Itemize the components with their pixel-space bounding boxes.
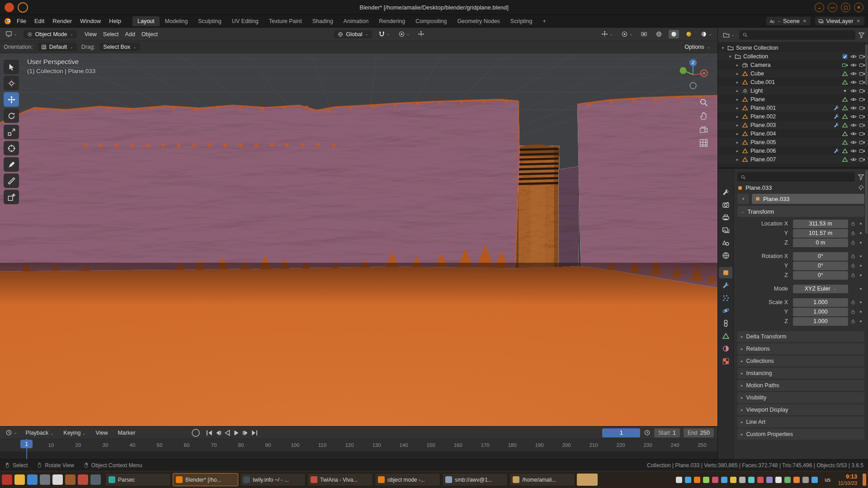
collapsed-panel-header[interactable]: ▸ Instancing [737,368,864,379]
tool-tab[interactable] [719,187,732,198]
disable-in-render-camera-icon[interactable] [859,62,865,68]
cliff-shadow-wall[interactable] [558,166,580,267]
transform-panel-header[interactable]: ⌄ Transform [737,206,864,217]
disable-in-render-camera-icon[interactable] [859,122,865,128]
tool-button[interactable] [4,141,19,155]
toggle-ortho-icon[interactable] [699,138,708,148]
collapsed-panel-header[interactable]: ▸ Motion Paths [737,380,864,391]
hide-in-viewport-eye-icon[interactable] [850,62,857,68]
properties-search-input[interactable] [748,174,852,181]
prev-keyframe-icon[interactable] [214,429,222,437]
object-name[interactable]: Plane.002 [750,113,776,120]
disable-in-render-camera-icon[interactable] [859,105,865,111]
animate-property-icon[interactable] [858,230,863,236]
outliner-row[interactable]: ▸ Light [718,86,868,95]
value-field[interactable]: XYZ Euler ⌄ [793,285,848,293]
object-name[interactable]: Camera [750,62,770,68]
hide-in-viewport-eye-icon[interactable] [850,122,857,128]
tray-icon[interactable] [739,477,745,483]
outliner-scrollbar[interactable] [865,44,868,85]
workspace-tab[interactable]: Animation [339,16,374,26]
world-tab[interactable] [719,250,732,261]
outliner-row[interactable]: ▸ Plane.006 [718,146,868,155]
pan-hand-icon[interactable] [699,111,708,121]
object-name[interactable]: Plane.007 [750,156,776,163]
object-name[interactable]: Plane.004 [750,131,776,137]
record-icon[interactable] [192,429,200,437]
tower-mesh[interactable] [514,145,559,271]
tray-icon[interactable] [793,477,800,483]
properties-scrollbar[interactable] [865,170,868,234]
tray-icon[interactable] [730,477,736,483]
outliner-display-mode-button[interactable]: ⌄ [721,31,736,39]
animate-property-icon[interactable] [858,286,863,291]
output-tab[interactable] [719,212,732,223]
viewport-menu-item[interactable]: View [81,30,100,38]
lock-icon[interactable] [850,230,856,236]
current-frame-field[interactable]: 1 [602,428,640,437]
hide-in-viewport-eye-icon[interactable] [850,131,857,137]
tray-icon[interactable] [784,477,791,483]
material-tab[interactable] [719,343,732,354]
launcher-icon[interactable] [90,474,101,485]
breadcrumb-object-name[interactable]: Plane.033 [745,184,772,191]
viewlayer-remove-icon[interactable]: ✕ [856,19,861,23]
animate-property-icon[interactable] [858,309,863,314]
texture-tab[interactable] [719,356,732,367]
jump-to-end-icon[interactable] [250,429,259,437]
disclosure-triangle-icon[interactable]: ▾ [728,54,732,59]
orientation-dropdown[interactable]: Default⌄ [38,43,77,51]
keyboard-layout-indicator[interactable]: us [822,477,833,483]
outliner-row[interactable]: ▾ Scene Collection [718,43,868,52]
value-field[interactable]: 311.53 m ⌄ [793,220,848,228]
animate-property-icon[interactable] [858,253,863,259]
frame-end-field[interactable]: End250 [684,428,714,437]
tray-icon[interactable] [775,477,782,483]
tool-button[interactable] [4,108,19,123]
viewlayer-selector[interactable]: ViewLayer ✕ [815,17,864,25]
play-reverse-icon[interactable] [223,429,231,437]
render-tab[interactable] [719,199,732,211]
hide-in-viewport-eye-icon[interactable] [850,113,857,120]
animate-property-icon[interactable] [858,300,863,305]
launcher-icon[interactable] [40,474,50,485]
value-field[interactable]: 1.000 ⌄ [793,317,848,326]
tool-button[interactable] [4,190,19,204]
collapsed-panel-header[interactable]: ▸ Visibility [737,392,864,403]
workspace-tab[interactable]: Geometry Nodes [452,16,505,26]
hide-in-viewport-eye-icon[interactable] [850,139,857,145]
launcher-icon[interactable] [65,474,75,485]
viewport-menu-item[interactable]: Add [122,30,138,38]
shading-rendered-button[interactable]: ⌄ [698,30,714,38]
jump-to-start-icon[interactable] [205,429,213,437]
viewport-menu-item[interactable]: Object [138,30,161,38]
disclosure-triangle-icon[interactable]: ▸ [735,149,740,153]
window-menu-icon[interactable] [5,3,14,12]
disclosure-triangle-icon[interactable]: ▸ [735,106,740,110]
hide-in-viewport-eye-icon[interactable] [850,148,857,154]
collapsed-panel-header[interactable]: ▸ Viewport Display [737,404,864,415]
disclosure-triangle-icon[interactable]: ▸ [735,157,740,162]
value-field[interactable]: 101.57 m ⌄ [793,229,848,238]
browse-object-button[interactable]: ▾ [737,194,749,204]
window-minimize-button[interactable]: — [828,3,837,12]
clock[interactable]: 9:13 11/10/23 [835,474,861,486]
tray-icon[interactable] [685,477,691,483]
launcher-icon[interactable] [78,474,88,485]
scene-selector[interactable]: ⌄ Scene ✕ [766,17,811,25]
tray-icon[interactable] [676,477,682,483]
hide-in-viewport-eye-icon[interactable] [850,88,857,94]
animate-property-icon[interactable] [858,263,863,268]
value-field[interactable]: 0° ⌄ [793,271,848,280]
launcher-icon[interactable] [2,474,12,485]
taskbar-window-button[interactable]: object mode -... [375,473,440,486]
tool-button[interactable] [4,60,19,74]
lock-icon[interactable] [850,263,856,268]
lock-icon[interactable] [850,221,856,226]
workspace-tab[interactable]: Rendering [374,16,410,26]
tray-icon[interactable] [802,477,809,483]
value-field[interactable]: 0° ⌄ [793,262,848,270]
tool-button[interactable] [4,125,19,139]
launcher-icon[interactable] [52,474,63,485]
playback-menu[interactable]: Playback ⌄ [23,429,57,437]
